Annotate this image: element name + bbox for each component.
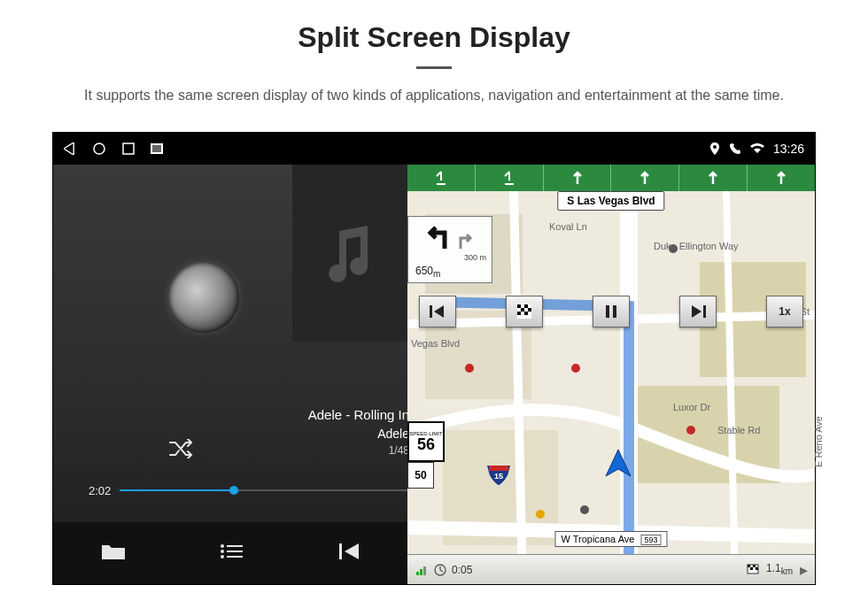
svg-rect-32	[524, 312, 528, 315]
map-next-button[interactable]	[679, 296, 717, 327]
volume-knob[interactable]	[168, 262, 239, 333]
svg-rect-1	[123, 143, 134, 154]
home-icon[interactable]	[92, 142, 106, 156]
svg-rect-10	[227, 556, 243, 558]
svg-point-7	[221, 550, 224, 553]
expand-icon[interactable]: ▸	[800, 560, 808, 580]
music-panel: Adele - Rolling In Adele 1/48 2:02	[53, 165, 407, 584]
map-controls: 1x	[407, 296, 815, 327]
svg-text:15: 15	[494, 472, 503, 481]
svg-rect-28	[524, 304, 528, 308]
music-bottom-bar	[53, 522, 407, 584]
recent-icon[interactable]	[122, 142, 135, 155]
lane-straight-3	[679, 165, 748, 191]
previous-button[interactable]	[337, 542, 360, 565]
wifi-icon	[750, 143, 764, 154]
svg-rect-29	[521, 308, 524, 312]
page-title: Split Screen Display	[298, 21, 570, 54]
picture-icon	[151, 143, 163, 154]
map-status-bar: 0:05 1.1km ▸	[407, 554, 815, 584]
music-note-icon	[323, 222, 376, 284]
svg-point-9	[221, 555, 224, 558]
shuffle-button[interactable]	[168, 439, 195, 462]
playlist-button[interactable]	[220, 543, 244, 564]
lane-straight-2	[611, 165, 679, 191]
turn-distance: 650m	[415, 265, 440, 279]
label-reno: E Reno Ave	[813, 416, 824, 467]
back-icon[interactable]	[64, 142, 76, 155]
progress-row: 2:02	[89, 481, 407, 499]
turn-left-icon	[427, 220, 453, 250]
clock-icon	[434, 564, 446, 576]
svg-rect-6	[227, 545, 243, 547]
lane-straight-1	[544, 165, 612, 191]
map-prev-button[interactable]	[419, 296, 456, 327]
svg-point-5	[221, 544, 224, 548]
phone-icon	[729, 142, 741, 155]
svg-rect-30	[528, 308, 531, 312]
track-index: 1/48	[389, 444, 409, 457]
elapsed-time: 2:02	[89, 484, 111, 497]
svg-rect-33	[606, 305, 609, 318]
turn-right-icon	[457, 229, 473, 250]
folder-button[interactable]	[100, 542, 127, 565]
lane-left-1	[407, 165, 476, 191]
svg-rect-27	[517, 304, 521, 308]
map-flag-button[interactable]	[506, 296, 543, 327]
lane-left-2	[476, 165, 544, 191]
street-sign-top: S Las Vegas Blvd	[557, 191, 664, 211]
song-title: Adele - Rolling In	[259, 407, 409, 422]
svg-rect-31	[517, 312, 521, 315]
vehicle-cursor	[602, 448, 634, 483]
svg-rect-36	[416, 572, 419, 575]
route-shield: 50	[407, 462, 434, 489]
svg-rect-37	[420, 569, 422, 575]
map-pause-button[interactable]	[593, 296, 630, 327]
street-sign-bottom: W Tropicana Ave 593	[554, 531, 667, 547]
svg-point-4	[713, 145, 717, 149]
svg-point-24	[536, 510, 545, 519]
svg-rect-44	[756, 567, 758, 570]
lane-straight-4	[748, 165, 815, 191]
signal-icon	[416, 565, 429, 575]
map-speed-button[interactable]: 1x	[766, 296, 803, 327]
label-stable: Stable Rd	[717, 425, 760, 435]
speed-limit-value: 56	[417, 436, 435, 452]
next-turn-distance: 300 m	[464, 253, 486, 262]
page-subtitle: It supports the same screen display of t…	[84, 85, 784, 106]
svg-rect-34	[613, 305, 616, 318]
navigation-panel: 15 S Las Vegas Blvd	[407, 165, 815, 584]
svg-point-21	[571, 364, 580, 373]
svg-rect-35	[703, 305, 706, 318]
svg-point-19	[465, 364, 474, 373]
speed-limit-sign: SPEED LIMIT 56	[407, 421, 445, 462]
svg-point-22	[686, 426, 695, 435]
dest-flag-icon	[747, 564, 759, 576]
album-art-placeholder	[292, 165, 407, 342]
turn-card: 300 m 650m	[407, 216, 492, 283]
bottom-street-name: W Tropicana Ave	[561, 534, 634, 544]
bottom-street-number: 593	[640, 535, 661, 545]
svg-rect-11	[339, 543, 342, 559]
progress-bar[interactable]	[120, 489, 407, 491]
svg-rect-41	[748, 565, 750, 567]
svg-rect-3	[152, 145, 161, 152]
lane-assist	[407, 165, 815, 191]
label-duke: Duke Ellington Way	[654, 241, 739, 251]
device-screen: 13:26 Adele - Rolling In Adele 1/48 2:02	[53, 133, 815, 584]
svg-point-0	[94, 143, 105, 154]
label-koval: Koval Ln	[549, 221, 587, 232]
svg-rect-42	[753, 565, 756, 567]
status-bar: 13:26	[53, 133, 815, 165]
label-luxor: Luxor Dr	[673, 402, 710, 412]
eta-value: 0:05	[452, 564, 472, 576]
svg-point-23	[580, 505, 589, 514]
svg-rect-8	[227, 551, 243, 552]
location-icon	[709, 142, 720, 155]
song-artist: Adele	[377, 427, 409, 441]
remaining-distance: 1.1km	[766, 562, 793, 576]
title-divider	[416, 66, 452, 69]
svg-rect-25	[430, 305, 432, 318]
svg-rect-38	[423, 566, 426, 575]
svg-rect-43	[750, 567, 753, 570]
